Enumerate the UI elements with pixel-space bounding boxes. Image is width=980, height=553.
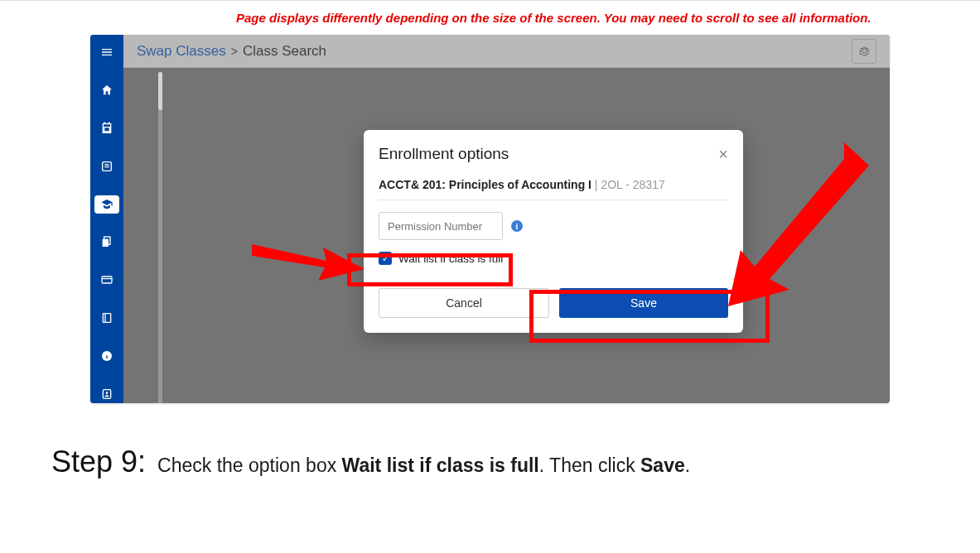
modal-title: Enrollment options	[379, 145, 509, 163]
list-icon[interactable]	[94, 157, 119, 176]
account-icon[interactable]	[94, 385, 119, 403]
sidebar	[90, 35, 123, 403]
waitlist-row[interactable]: ✓ Wait list if class is full	[379, 252, 728, 265]
education-icon[interactable]	[94, 195, 119, 214]
waitlist-label: Wait list if class is full	[398, 252, 503, 265]
app-screenshot: Swap Classes > Class Search Enrollment o…	[90, 35, 890, 403]
waitlist-checkbox[interactable]: ✓	[379, 252, 392, 265]
warning-banner: Page displays differently depending on t…	[0, 0, 980, 35]
scrollbar[interactable]	[158, 72, 162, 403]
book-icon[interactable]	[94, 309, 119, 327]
step-text: Check the option box Wait list if class …	[157, 454, 690, 477]
copy-icon[interactable]	[94, 233, 119, 252]
close-icon[interactable]: ×	[718, 146, 728, 162]
svg-rect-3	[102, 276, 112, 283]
cancel-button[interactable]: Cancel	[379, 288, 549, 318]
info-icon[interactable]: i	[511, 220, 523, 232]
course-line: ACCT& 201: Principles of Accounting I | …	[379, 175, 728, 200]
enrollment-options-modal: Enrollment options × ACCT& 201: Principl…	[364, 130, 743, 333]
permission-number-input[interactable]	[379, 212, 503, 240]
course-section: | 2OL - 28317	[595, 178, 665, 191]
menu-icon[interactable]	[94, 43, 119, 61]
home-icon[interactable]	[94, 81, 119, 99]
step-instruction: Step 9: Check the option box Wait list i…	[0, 403, 980, 479]
card-icon[interactable]	[94, 271, 119, 289]
info-icon[interactable]	[94, 347, 119, 365]
course-name: ACCT& 201: Principles of Accounting I	[379, 178, 591, 191]
calendar-icon[interactable]	[94, 119, 119, 137]
svg-rect-2	[103, 239, 109, 247]
step-number: Step 9:	[51, 445, 146, 479]
svg-point-7	[106, 392, 109, 394]
save-button[interactable]: Save	[559, 288, 728, 318]
svg-rect-4	[103, 314, 110, 323]
